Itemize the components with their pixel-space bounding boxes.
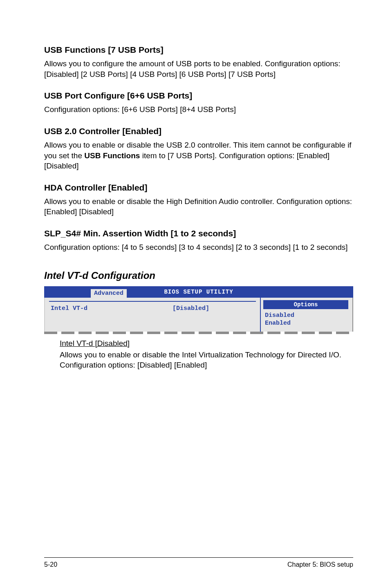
usb-functions-body: Allows you to configure the amount of US… [44,58,353,79]
bios-bottom-border [44,332,353,334]
bios-options-header: Options [263,300,348,309]
bios-tab-advanced[interactable]: Advanced [91,289,127,298]
usb-functions-heading: USB Functions [7 USB Ports] [44,45,353,55]
bios-title-bar: BIOS SETUP UTILITY Advanced [44,286,353,298]
bios-main: Intel VT-d [Disabled] Options Disabled E… [44,298,353,332]
slp-s4-body: Configuration options: [4 to 5 seconds] … [44,242,353,253]
bios-panel: BIOS SETUP UTILITY Advanced Intel VT-d [… [44,286,353,334]
bios-setting-label: Intel VT-d [51,305,87,312]
usb-20-body-bold: USB Functions [84,151,140,160]
intel-vtd-sub-body: Allows you to enable or disable the Inte… [60,350,353,370]
bios-option-disabled[interactable]: Disabled [265,312,349,320]
usb-port-configure-body: Configuration options: [6+6 USB Ports] [… [44,104,353,115]
bios-options-list: Disabled Enabled [261,311,352,332]
slp-s4-heading: SLP_S4# Min. Assertion Width [1 to 2 sec… [44,229,353,238]
intel-vtd-heading: Intel VT-d Configuration [44,270,353,281]
footer-page-number: 5-20 [44,561,57,568]
page-footer: 5-20 Chapter 5: BIOS setup [44,557,353,568]
footer-chapter: Chapter 5: BIOS setup [287,561,353,568]
usb-20-controller-body: Allows you to enable or disable the USB … [44,140,353,171]
usb-20-controller-heading: USB 2.0 Controller [Enabled] [44,126,353,136]
bios-setting-value: [Disabled] [173,305,209,312]
usb-port-configure-heading: USB Port Configure [6+6 USB Ports] [44,91,353,101]
bios-title: BIOS SETUP UTILITY [164,289,233,295]
bios-left-panel: Intel VT-d [Disabled] [45,298,260,332]
hda-controller-heading: HDA Controller [Enabled] [44,183,353,193]
bios-setting-row[interactable]: Intel VT-d [Disabled] [51,305,254,312]
bios-right-panel: Options Disabled Enabled [260,298,352,332]
hda-controller-body: Allows you to enable or disable the High… [44,196,353,217]
bios-option-enabled[interactable]: Enabled [265,319,349,328]
intel-vtd-sub-heading: Intel VT-d [Disabled] [60,339,353,348]
